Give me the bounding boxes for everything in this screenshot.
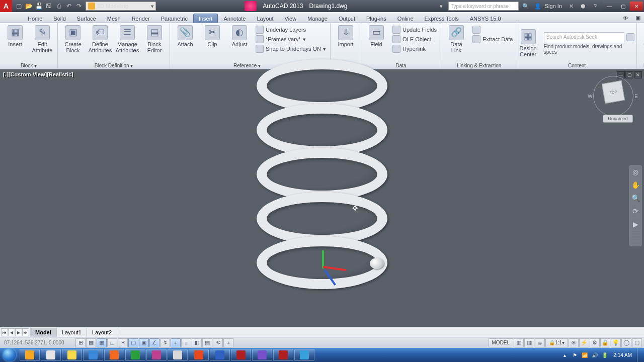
- app-menu-button[interactable]: A: [0, 0, 12, 12]
- tab-solid[interactable]: Solid: [48, 14, 71, 23]
- design-center-button[interactable]: ▦Design Center: [519, 28, 536, 58]
- field-button[interactable]: ▭Field: [363, 24, 389, 48]
- tab-plugins[interactable]: Plug-ins: [361, 14, 392, 23]
- infocenter-search[interactable]: Type a keyword or phrase: [448, 2, 519, 11]
- tab-annotate[interactable]: Annotate: [218, 14, 251, 23]
- otrack-icon[interactable]: ∠: [149, 338, 159, 347]
- import-button[interactable]: ⇩Import: [333, 24, 359, 48]
- layout-tab-layout1[interactable]: Layout1: [57, 328, 87, 337]
- extract-data-button[interactable]: Extract Data: [471, 35, 514, 44]
- tab-online[interactable]: Online: [392, 14, 419, 23]
- ducs-icon[interactable]: ↯: [160, 338, 170, 347]
- taskbar-app-12[interactable]: [273, 349, 293, 361]
- ltab-last-icon[interactable]: ⏭: [22, 328, 29, 336]
- viewcube-view-menu[interactable]: Unnamed: [603, 115, 633, 123]
- update-fields-button[interactable]: Update Fields: [391, 25, 438, 34]
- layout-tab-model[interactable]: Model: [30, 328, 57, 337]
- maximize-button[interactable]: ▢: [616, 2, 629, 11]
- compass-w[interactable]: W: [588, 94, 592, 99]
- ribbon-minimize-icon[interactable]: ▣: [632, 13, 644, 23]
- nav-wheel-icon[interactable]: ◎: [629, 165, 641, 178]
- ltab-first-icon[interactable]: ⏮: [1, 328, 8, 336]
- clip-button[interactable]: ✂Clip: [199, 24, 225, 48]
- taskbar-app-2[interactable]: [62, 349, 82, 361]
- tab-view[interactable]: View: [279, 14, 302, 23]
- snap-mode-icon[interactable]: ▦: [86, 338, 96, 347]
- exchange-icon[interactable]: ✕: [566, 2, 576, 11]
- nav-showmotion-icon[interactable]: ▶: [629, 218, 641, 231]
- manage-attributes-button[interactable]: ☰Manage Attributes: [114, 24, 140, 54]
- taskbar-app-8[interactable]: [189, 349, 209, 361]
- nav-pan-icon[interactable]: ✋: [629, 178, 641, 192]
- clean-screen-icon[interactable]: ▢: [632, 338, 642, 347]
- viewcube[interactable]: TOP W E S: [591, 73, 636, 119]
- tray-network-icon[interactable]: 📶: [581, 351, 588, 358]
- taskbar-app-6[interactable]: [146, 349, 167, 361]
- quickview-layouts-icon[interactable]: ▥: [514, 338, 524, 347]
- lineweight-icon[interactable]: ≡: [181, 338, 191, 347]
- quickview-drawings-icon[interactable]: ▥: [524, 338, 534, 347]
- workspace-switching-icon[interactable]: ⚙: [590, 338, 600, 347]
- attach-button[interactable]: 📎Attach: [172, 24, 198, 48]
- compass-e[interactable]: E: [634, 94, 638, 99]
- 3dosnap-icon[interactable]: ▣: [139, 338, 149, 347]
- tray-volume-icon[interactable]: 🔊: [591, 351, 598, 358]
- drawing-area[interactable]: [-][Custom View][Realistic] — ▢ ✕ ✥ TOP …: [0, 69, 644, 327]
- help-icon[interactable]: ?: [590, 2, 600, 11]
- tab-express[interactable]: Express Tools: [419, 14, 464, 23]
- panel-block-title[interactable]: Block: [0, 62, 57, 69]
- taskbar-app-9[interactable]: [210, 349, 230, 361]
- sign-in-link[interactable]: Sign In: [545, 3, 564, 9]
- panel-data-title[interactable]: Data: [361, 62, 441, 69]
- qat-saveas-icon[interactable]: 🖫: [44, 2, 53, 11]
- infer-constraints-icon[interactable]: ⊞: [75, 338, 86, 347]
- nav-zoom-icon[interactable]: 🔍: [629, 192, 641, 205]
- taskbar-app-7[interactable]: [168, 349, 188, 361]
- ortho-mode-icon[interactable]: ∟: [107, 338, 117, 347]
- panel-linking-title[interactable]: Linking & Extraction: [441, 62, 517, 69]
- annotation-scale-icon[interactable]: ⍾: [535, 338, 545, 347]
- viewport-label[interactable]: [-][Custom View][Realistic]: [3, 71, 73, 77]
- viewcube-cube[interactable]: TOP: [602, 80, 625, 104]
- tab-layout[interactable]: Layout: [251, 14, 279, 23]
- quick-properties-icon[interactable]: ▤: [202, 338, 212, 347]
- adjust-button[interactable]: ◐Adjust: [226, 24, 253, 48]
- tab-surface[interactable]: Surface: [71, 14, 102, 23]
- snap-underlays-button[interactable]: Snap to Underlays ON ▾: [255, 44, 327, 53]
- selection-cycling-icon[interactable]: ⟲: [213, 338, 223, 347]
- modelspace-button[interactable]: MODEL: [489, 338, 514, 347]
- tray-power-icon[interactable]: 🔋: [601, 351, 608, 358]
- create-block-button[interactable]: ▣Create Block: [60, 24, 86, 54]
- toolbar-lock-icon[interactable]: 🔒: [600, 338, 610, 347]
- annotation-monitor-icon[interactable]: +: [223, 338, 233, 347]
- taskbar-app-13[interactable]: [294, 349, 314, 361]
- download-source-button[interactable]: [471, 25, 514, 34]
- qat-new-icon[interactable]: ▢: [14, 2, 23, 11]
- tray-up-icon[interactable]: ▴: [561, 351, 568, 358]
- tab-manage[interactable]: Manage: [302, 14, 333, 23]
- ole-object-button[interactable]: OLE Object: [391, 35, 438, 44]
- qat-redo-icon[interactable]: ↷: [74, 2, 84, 11]
- qat-save-icon[interactable]: 💾: [34, 2, 43, 11]
- taskbar-app-11[interactable]: [252, 349, 272, 361]
- qat-open-icon[interactable]: 📂: [24, 2, 33, 11]
- search-go-icon[interactable]: 🔍: [521, 2, 531, 11]
- taskbar-app-3[interactable]: [83, 349, 103, 361]
- layout-tab-layout2[interactable]: Layout2: [87, 328, 117, 337]
- stay-connected-icon[interactable]: ⬢: [578, 2, 588, 11]
- qat-plot-icon[interactable]: ⎙: [54, 2, 63, 11]
- signin-icon[interactable]: 👤: [533, 2, 543, 11]
- ribbon-visibility-icon[interactable]: 👁: [619, 13, 632, 23]
- title-dropdown-icon[interactable]: ▾: [436, 2, 446, 11]
- dyn-input-icon[interactable]: +: [171, 338, 181, 347]
- ltab-next-icon[interactable]: ▶: [15, 328, 22, 336]
- isolate-objects-icon[interactable]: ◯: [621, 338, 631, 347]
- annotation-visibility-icon[interactable]: 👁: [569, 338, 579, 347]
- create-pointcloud-button[interactable]: ⁘Create Point Cloud: [639, 24, 644, 60]
- tab-ansys[interactable]: ANSYS 15.0: [464, 14, 507, 23]
- define-attributes-button[interactable]: 🏷Define Attributes: [87, 24, 113, 54]
- auto-scale-icon[interactable]: ⚡: [579, 338, 589, 347]
- nav-grip[interactable]: [629, 231, 641, 246]
- tab-output[interactable]: Output: [333, 14, 361, 23]
- frames-vary-button[interactable]: *Frames vary* ▾: [255, 35, 327, 44]
